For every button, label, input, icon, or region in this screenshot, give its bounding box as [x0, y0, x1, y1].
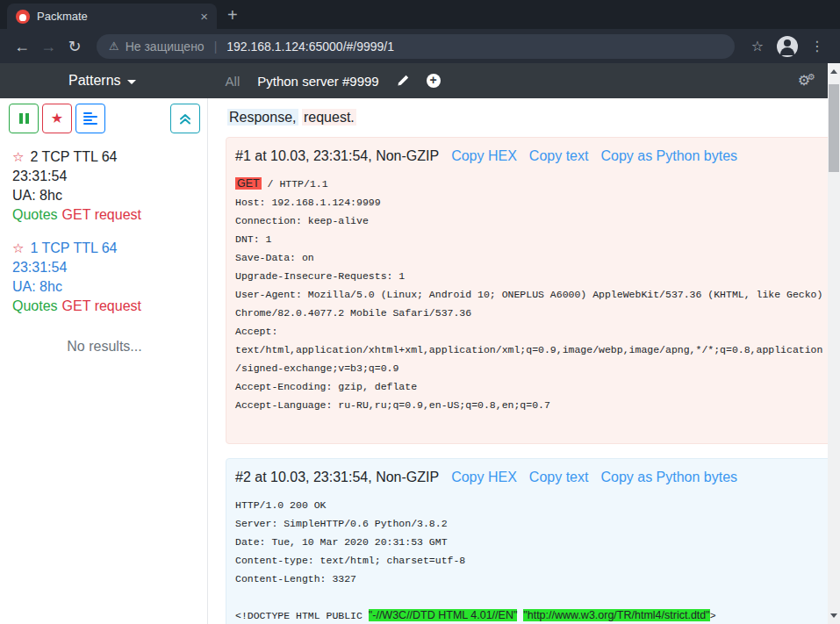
- stream-star-icon[interactable]: ☆: [12, 149, 24, 164]
- packet-line: <!DOCTYPE HTML PUBLIC "-//W3C//DTD HTML …: [235, 606, 824, 624]
- star-icon: ★: [51, 111, 63, 126]
- browser-toolbar: ← → ↻ ⚠ Не защищено | 192.168.1.124:6500…: [0, 29, 840, 63]
- packet-header-row: #1 at 10.03, 23:31:54, Non-GZIPCopy HEXC…: [235, 148, 824, 164]
- packet-block: #1 at 10.03, 23:31:54, Non-GZIPCopy HEXC…: [226, 137, 834, 444]
- packet-line: Accept-Language: ru-RU,ru;q=0.9,en-US;q=…: [235, 396, 824, 414]
- stream-star-icon[interactable]: ☆: [12, 240, 24, 255]
- packet-line: HTTP/1.0 200 OK: [235, 496, 824, 514]
- packet-copy-link[interactable]: Copy text: [529, 148, 589, 164]
- packet-header-label: #1 at 10.03, 23:31:54, Non-GZIP: [235, 148, 439, 164]
- stream-user-agent: UA: 8hc: [12, 186, 200, 205]
- content-area: ★ ☆2 TCP TTL 6423:31:54UA: 8hcQuotesGET …: [0, 98, 840, 624]
- packet-list: #1 at 10.03, 23:31:54, Non-GZIPCopy HEXC…: [226, 137, 834, 624]
- edit-pattern-pencil-icon[interactable]: [397, 75, 409, 87]
- patterns-dropdown[interactable]: Patterns: [68, 73, 136, 89]
- packet-copy-link[interactable]: Copy text: [529, 470, 589, 485]
- legend-response: Response,: [227, 109, 298, 126]
- tab-active-pattern[interactable]: Python server #9999: [257, 74, 378, 89]
- packet-header-row: #2 at 10.03, 23:31:54, Non-GZIPCopy HEXC…: [235, 470, 824, 485]
- scroll-up-arrow[interactable]: [828, 65, 840, 79]
- stream-list: ☆2 TCP TTL 6423:31:54UA: 8hcQuotesGET re…: [9, 147, 200, 316]
- app-header: Patterns All Python server #9999 + ⚙⚙: [0, 63, 840, 98]
- tab-all-patterns[interactable]: All: [226, 74, 241, 89]
- packet-line: Accept-Encoding: gzip, deflate: [235, 377, 824, 396]
- favorites-filter-button[interactable]: ★: [42, 104, 72, 133]
- stream-title: ☆1 TCP TTL 64: [12, 239, 200, 258]
- url-bar[interactable]: ⚠ Не защищено | 192.168.1.124:65000/#/99…: [97, 34, 735, 59]
- packet-block: #2 at 10.03, 23:31:54, Non-GZIPCopy HEXC…: [226, 458, 834, 624]
- stream-tags: QuotesGET request: [12, 205, 200, 225]
- packet-header-label: #2 at 10.03, 23:31:54, Non-GZIP: [235, 470, 439, 485]
- packet-copy-link[interactable]: Copy HEX: [451, 470, 517, 485]
- streams-sidebar: ★ ☆2 TCP TTL 6423:31:54UA: 8hcQuotesGET …: [0, 98, 208, 624]
- packet-highlight-green: "-//W3C//DTD HTML 4.01//EN": [369, 609, 518, 621]
- stream-tag: Quotes: [12, 298, 58, 313]
- browser-tab[interactable]: Packmate ×: [7, 4, 217, 29]
- forward-button[interactable]: →: [35, 39, 61, 54]
- page-scrollbar[interactable]: [828, 63, 840, 624]
- menu-dots-icon[interactable]: ⋮: [803, 38, 831, 54]
- packet-line: Connection: keep-alive: [235, 212, 824, 230]
- not-secure-warning-icon: ⚠: [109, 39, 119, 53]
- packet-line: [235, 414, 824, 433]
- url-text: 192.168.1.124:65000/#/9999/1: [226, 39, 394, 54]
- collapse-button[interactable]: [170, 104, 200, 133]
- url-separator: |: [214, 39, 218, 54]
- packet-highlight-green: "http://www.w3.org/TR/html4/strict.dtd": [523, 609, 709, 621]
- stream-title: ☆2 TCP TTL 64: [12, 147, 200, 167]
- packet-line: Host: 192.168.1.124:9999: [235, 193, 824, 212]
- packmate-favicon-icon: [16, 10, 30, 24]
- stream-user-agent: UA: 8hc: [12, 277, 200, 297]
- packet-copy-link[interactable]: Copy as Python bytes: [600, 470, 737, 485]
- stream-title-text: 2 TCP TTL 64: [30, 149, 117, 164]
- packet-line: Date: Tue, 10 Mar 2020 20:31:53 GMT: [235, 533, 824, 551]
- packet-content: HTTP/1.0 200 OKServer: SimpleHTTP/0.6 Py…: [235, 496, 824, 624]
- profile-avatar[interactable]: [777, 36, 798, 57]
- reload-button[interactable]: ↻: [61, 39, 88, 54]
- stream-detail: Response, request. #1 at 10.03, 23:31:54…: [208, 98, 840, 624]
- packet-line: Save-Data: on: [235, 248, 824, 267]
- packet-line: Upgrade-Insecure-Requests: 1: [235, 267, 824, 285]
- bookmark-star-icon[interactable]: ☆: [743, 38, 772, 54]
- back-button[interactable]: ←: [9, 39, 35, 54]
- stream-tag: Quotes: [12, 207, 58, 222]
- tab-close-icon[interactable]: ×: [200, 10, 208, 23]
- packet-content: GET / HTTP/1.1Host: 192.168.1.124:9999Co…: [235, 175, 824, 433]
- legend-request: request.: [302, 109, 356, 126]
- stream-time: 23:31:54: [12, 167, 200, 186]
- chevrons-up-icon: [178, 111, 192, 126]
- stream-item[interactable]: ☆1 TCP TTL 6423:31:54UA: 8hcQuotesGET re…: [12, 239, 200, 316]
- packet-line: Content-Length: 3327: [235, 570, 824, 588]
- pause-capture-button[interactable]: [9, 104, 39, 133]
- packet-copy-link[interactable]: Copy HEX: [451, 148, 517, 164]
- no-results-label: No results...: [9, 339, 200, 355]
- settings-gears-icon[interactable]: ⚙⚙: [798, 72, 818, 89]
- packet-line: User-Agent: Mozilla/5.0 (Linux; Android …: [235, 285, 824, 322]
- pattern-tabs: All Python server #9999 +: [226, 74, 441, 89]
- new-tab-button[interactable]: +: [227, 6, 238, 24]
- pause-icon: [19, 113, 29, 124]
- stream-item[interactable]: ☆2 TCP TTL 6423:31:54UA: 8hcQuotesGET re…: [12, 147, 200, 225]
- scroll-down-arrow[interactable]: [828, 608, 840, 622]
- security-label: Не защищено: [126, 39, 205, 54]
- patterns-label: Patterns: [68, 73, 121, 89]
- stream-tag: GET request: [62, 298, 141, 313]
- packet-line: Content-type: text/html; charset=utf-8: [235, 551, 824, 570]
- list-icon: [83, 112, 97, 125]
- packet-highlight-red: GET: [235, 177, 262, 190]
- stream-list-button[interactable]: [75, 104, 105, 133]
- packet-line: [235, 588, 824, 606]
- packet-line: Server: SimpleHTTP/0.6 Python/3.8.2: [235, 514, 824, 533]
- stream-tags: QuotesGET request: [12, 297, 200, 316]
- packet-copy-link[interactable]: Copy as Python bytes: [600, 148, 737, 164]
- packet-line: GET / HTTP/1.1: [235, 175, 824, 193]
- stream-tag: GET request: [62, 207, 141, 222]
- browser-tab-strip: Packmate × +: [0, 0, 840, 29]
- stream-title-text: 1 TCP TTL 64: [30, 240, 117, 255]
- stream-time: 23:31:54: [12, 258, 200, 277]
- caret-down-icon: [127, 80, 136, 84]
- add-pattern-button[interactable]: +: [427, 74, 441, 88]
- scroll-thumb[interactable]: [829, 84, 839, 172]
- sidebar-toolbar: ★: [9, 104, 200, 133]
- tab-title: Packmate: [37, 10, 193, 23]
